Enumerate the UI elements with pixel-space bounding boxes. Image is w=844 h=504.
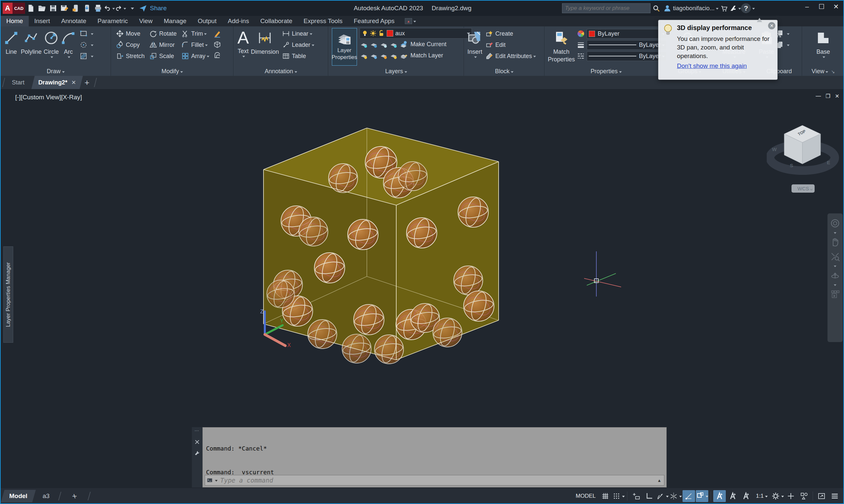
caret-down-icon[interactable] xyxy=(312,44,314,48)
caret-down-icon[interactable] xyxy=(787,33,790,36)
base-view-button[interactable]: Base xyxy=(815,28,831,66)
command-history-up-icon[interactable]: ▲ xyxy=(657,478,661,483)
redo-button[interactable] xyxy=(115,3,126,14)
model-space-toggle[interactable]: MODEL xyxy=(573,490,598,502)
layer-unlock2-icon[interactable] xyxy=(389,51,398,60)
panel-label-view[interactable]: View↘ xyxy=(803,68,844,75)
linetype-dropdown[interactable]: ByLayer xyxy=(576,51,667,62)
edit-block-button[interactable]: Edit xyxy=(485,39,536,51)
viewport-controls-label[interactable]: [-][Custom View][X-Ray] xyxy=(15,94,82,101)
match-properties-button[interactable]: MatchProperties xyxy=(549,28,574,66)
caret-down-icon[interactable] xyxy=(205,44,208,48)
isolate-objects-button[interactable] xyxy=(798,490,810,502)
rectangle-button[interactable] xyxy=(80,28,93,39)
caret-down-icon[interactable] xyxy=(204,33,207,36)
layer-freeze-icon[interactable] xyxy=(379,40,388,49)
share-button[interactable] xyxy=(137,3,149,14)
layer-color-swatch[interactable] xyxy=(387,30,393,37)
viewcube[interactable]: W S E TOP FRONT RIGHT WCS xyxy=(767,122,843,198)
caret-down-icon[interactable] xyxy=(474,56,477,59)
svg-text:W[interactable]: W xyxy=(772,146,777,152)
make-current-icon[interactable] xyxy=(399,40,408,49)
layer-on-bulb-icon[interactable] xyxy=(361,30,368,37)
create-block-button[interactable]: Create xyxy=(485,28,536,39)
popup-close-button[interactable]: ✕ xyxy=(768,22,775,29)
new-layout-button[interactable]: + xyxy=(65,490,84,502)
annotation-scale-icon-button[interactable] xyxy=(740,490,752,502)
caret-down-icon[interactable] xyxy=(765,496,768,499)
line-button[interactable]: Line xyxy=(4,28,19,66)
panel-label-modify[interactable]: Modify xyxy=(111,68,233,75)
command-settings-icon[interactable] xyxy=(194,450,200,456)
caret-down-icon[interactable] xyxy=(123,8,126,11)
caret-down-icon[interactable] xyxy=(68,56,70,59)
dynamic-input-button[interactable] xyxy=(630,490,642,502)
caret-down-icon[interactable] xyxy=(834,284,837,287)
layer-on-icon[interactable] xyxy=(360,51,368,60)
annotation-autoscale-button[interactable] xyxy=(726,490,739,502)
move-button[interactable]: Move xyxy=(116,28,144,39)
array-button[interactable]: Array xyxy=(181,51,209,62)
tab-manage[interactable]: Manage xyxy=(158,16,192,26)
username-label[interactable]: tiagobonifacio... xyxy=(673,5,714,12)
open-file-button[interactable] xyxy=(36,3,48,14)
customization-button[interactable] xyxy=(828,490,841,502)
maximize-button[interactable]: ☐ xyxy=(814,1,829,13)
caret-down-icon[interactable] xyxy=(51,56,53,59)
panel-label-properties[interactable]: Properties xyxy=(545,68,667,75)
open-from-web-button[interactable] xyxy=(70,3,81,14)
save-button[interactable] xyxy=(48,3,59,14)
trim-button[interactable]: Trim xyxy=(181,28,209,39)
svg-text:S[interactable]: S xyxy=(790,163,793,168)
tab-output[interactable]: Output xyxy=(192,16,222,26)
offset-button[interactable] xyxy=(213,51,223,62)
zoom-icon[interactable] xyxy=(830,252,840,262)
command-input[interactable] xyxy=(220,476,657,484)
arc-button[interactable]: Arc xyxy=(61,28,76,66)
undo-button[interactable] xyxy=(104,3,115,14)
isometric-drafting-button[interactable] xyxy=(669,490,682,502)
workspace-switching-button[interactable] xyxy=(771,490,784,502)
clean-screen-button[interactable] xyxy=(815,490,828,502)
layout-tab-a3[interactable]: a3 xyxy=(34,490,58,502)
share-label[interactable]: Share xyxy=(150,5,167,12)
caret-down-icon[interactable] xyxy=(706,496,708,499)
caret-down-icon[interactable] xyxy=(834,266,837,269)
annotation-visibility-button[interactable] xyxy=(713,490,726,502)
tab-close-icon[interactable]: ✕ xyxy=(71,79,76,86)
caret-down-icon[interactable] xyxy=(716,8,719,11)
command-window-grip[interactable]: ⋯ xyxy=(192,427,202,487)
tab-view[interactable]: View xyxy=(133,16,158,26)
tab-addins[interactable]: Add-ins xyxy=(222,16,255,26)
orbit-icon[interactable] xyxy=(830,270,840,281)
dont-show-again-link[interactable]: Don't show me this again xyxy=(677,62,747,70)
linear-button[interactable]: Linear xyxy=(282,28,314,39)
tab-insert[interactable]: Insert xyxy=(29,16,56,26)
caret-down-icon[interactable] xyxy=(679,496,682,499)
ellipse-button[interactable] xyxy=(80,39,93,51)
showmotion-icon[interactable] xyxy=(830,289,840,299)
command-input-row[interactable]: ▲ xyxy=(205,475,665,486)
caret-down-icon[interactable] xyxy=(787,44,790,48)
object-snap-tracking-button[interactable] xyxy=(683,490,695,502)
layer-thaw-icon[interactable] xyxy=(379,51,388,60)
layer-lock-icon[interactable] xyxy=(389,40,398,49)
text-button[interactable]: AText xyxy=(237,28,249,66)
polar-tracking-button[interactable] xyxy=(656,490,669,502)
polyline-button[interactable]: Polyline xyxy=(21,28,41,66)
grid-display-button[interactable] xyxy=(599,490,612,502)
panel-launcher-icon[interactable]: ↘ xyxy=(831,69,835,74)
help-button[interactable]: ? xyxy=(741,3,751,13)
viewport-minimize-button[interactable]: — xyxy=(815,93,821,99)
caret-down-icon[interactable] xyxy=(112,8,115,11)
drawing-area[interactable]: ZYX [-][Custom View][X-Ray] — ❐ ✕ W S E … xyxy=(1,89,844,488)
store-button[interactable] xyxy=(719,3,730,13)
layer-unlock-icon[interactable] xyxy=(378,30,385,37)
command-window[interactable]: Command: *Cancel* Command: _vscurrent En… xyxy=(202,427,667,487)
copy-button[interactable]: Copy xyxy=(116,39,144,51)
search-button[interactable] xyxy=(651,3,662,13)
viewport-close-button[interactable]: ✕ xyxy=(835,93,839,99)
caret-down-icon[interactable] xyxy=(752,8,755,11)
svg-text:E[interactable]: E xyxy=(827,160,830,165)
annotation-monitor-button[interactable] xyxy=(785,490,797,502)
